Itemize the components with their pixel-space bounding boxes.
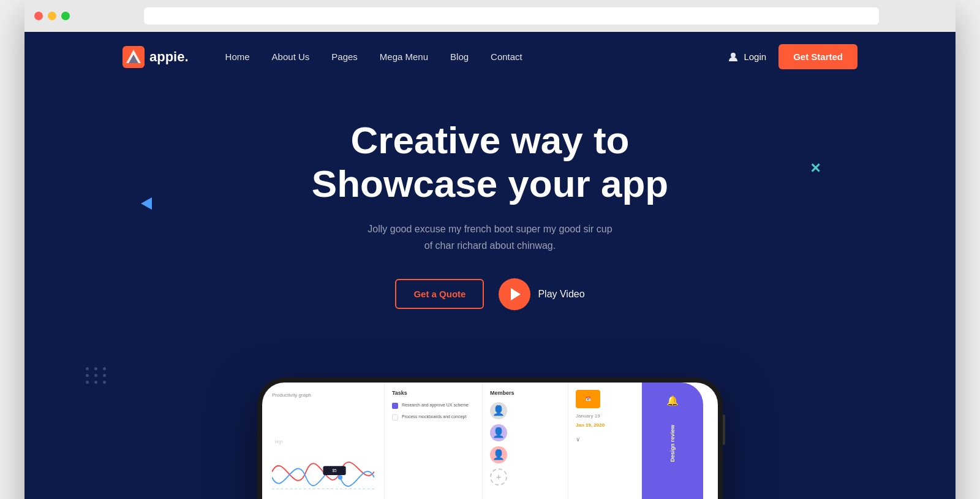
traffic-lights — [34, 12, 70, 20]
get-quote-button[interactable]: Get a Quote — [395, 279, 484, 309]
member-avatar-2: 👤 — [490, 424, 507, 441]
svg-text:High: High — [275, 440, 284, 444]
nav-mega-menu[interactable]: Mega Menu — [380, 51, 428, 62]
members-title: Members — [490, 390, 560, 396]
browser-window: ✕ appie. Home About Us Pages — [24, 0, 956, 499]
phone-side-button — [723, 414, 725, 445]
member-add[interactable]: + — [490, 468, 560, 486]
graph-title: Productivity graph — [272, 392, 374, 398]
tasks-area: Tasks Research and approve UX scheme Pro… — [385, 383, 483, 499]
play-button-circle[interactable] — [499, 278, 530, 310]
avatar-icon-2: 👤 — [492, 427, 505, 438]
members-area: Members 👤 👤 — [483, 383, 568, 499]
calendar-icon-text: 📅 — [586, 397, 591, 402]
design-review-label: Design review — [669, 425, 676, 462]
svg-point-1 — [731, 53, 736, 58]
play-video-button[interactable]: Play Video — [499, 278, 584, 310]
design-review-panel: 🔔 Design review — [642, 383, 703, 499]
nav-contact[interactable]: Contact — [491, 51, 522, 62]
nav-blog[interactable]: Blog — [450, 51, 469, 62]
nav-home[interactable]: Home — [225, 51, 250, 62]
logo[interactable]: appie. — [123, 46, 189, 68]
nav-pages[interactable]: Pages — [331, 51, 358, 62]
hero-actions: Get a Quote Play Video — [37, 278, 943, 310]
hero-title-line1: Creative way to — [351, 119, 630, 161]
task-item-1: Research and approve UX scheme — [392, 402, 475, 409]
phone-mockup: Productivity graph — [257, 378, 723, 499]
navbar: appie. Home About Us Pages Mega Menu Blo… — [24, 32, 956, 82]
play-video-label: Play Video — [538, 289, 584, 300]
task-text-1: Research and approve UX scheme — [402, 402, 469, 408]
tasks-title: Tasks — [392, 390, 475, 396]
avatar-icon-3: 👤 — [492, 449, 505, 460]
calendar-chevron[interactable]: ∨ — [576, 433, 634, 444]
calendar-icon: 📅 — [576, 390, 600, 408]
task-check-2 — [392, 414, 398, 421]
phone-screen: Productivity graph — [262, 383, 718, 499]
hero-section: ✕ appie. Home About Us Pages — [24, 32, 956, 499]
phone-area: Productivity graph — [24, 384, 956, 499]
avatar-icon-1: 👤 — [492, 405, 505, 416]
play-triangle-icon — [511, 288, 521, 300]
logo-text: appie. — [149, 49, 189, 65]
member-avatar-1: 👤 — [490, 402, 507, 419]
traffic-light-green[interactable] — [61, 12, 70, 20]
person-icon — [728, 51, 739, 63]
login-label: Login — [744, 51, 766, 62]
task-item-2: Process mockboards and concept — [392, 414, 475, 421]
task-check-1 — [392, 403, 398, 409]
login-button[interactable]: Login — [728, 51, 766, 63]
svg-text:$5: $5 — [332, 468, 337, 473]
task-text-2: Process mockboards and concept — [402, 414, 466, 420]
calendar-event: Jan 19, 2020 — [576, 422, 634, 428]
address-bar[interactable] — [144, 7, 879, 25]
calendar-date: January 19 — [576, 413, 634, 419]
traffic-light-red[interactable] — [34, 12, 43, 20]
nav-links: Home About Us Pages Mega Menu Blog Conta… — [225, 51, 728, 62]
browser-chrome — [24, 0, 956, 32]
hero-subtitle: Jolly good excuse my french boot super m… — [368, 221, 612, 254]
get-started-button[interactable]: Get Started — [778, 44, 858, 69]
calendar-area: 📅 January 19 Jan 19, 2020 ∨ — [568, 383, 642, 499]
hero-title-line2: Showcase your app — [312, 162, 668, 205]
add-member-icon: + — [496, 472, 501, 482]
logo-icon — [123, 46, 145, 68]
notification-icon: 🔔 — [666, 395, 679, 406]
member-add-btn[interactable]: + — [490, 468, 507, 486]
hero-content: Creative way to Showcase your app Jolly … — [24, 82, 956, 384]
nav-right: Login Get Started — [728, 44, 858, 69]
hero-title: Creative way to Showcase your app — [37, 118, 943, 206]
graph-area: Productivity graph — [262, 383, 385, 499]
member-1: 👤 — [490, 402, 560, 419]
member-avatar-3: 👤 — [490, 446, 507, 463]
member-3: 👤 — [490, 446, 560, 463]
productivity-graph: $5 High Low — [272, 403, 374, 499]
member-2: 👤 — [490, 424, 560, 441]
traffic-light-yellow[interactable] — [48, 12, 56, 20]
nav-about[interactable]: About Us — [272, 51, 310, 62]
svg-point-3 — [338, 475, 342, 479]
